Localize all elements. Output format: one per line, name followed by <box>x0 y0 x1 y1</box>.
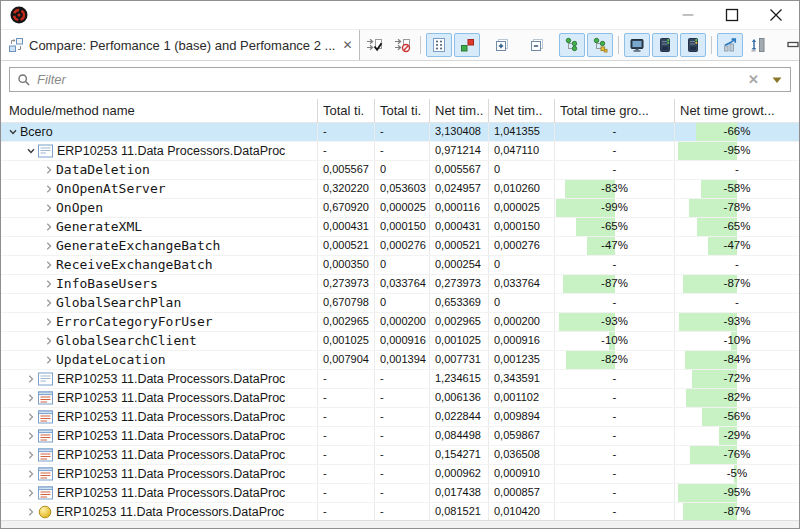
table-row[interactable]: ERP10253 11.Data Processors.DataProc--0,… <box>1 484 799 503</box>
tree-cell: ERP10253 11.Data Processors.DataProc <box>1 408 318 426</box>
value-cell: - <box>318 370 375 388</box>
table-row[interactable]: GenerateExchangeBatch0,0005210,0002760,0… <box>1 237 799 256</box>
column-header-1[interactable]: Total ti. <box>318 99 375 122</box>
chevron-right-icon[interactable] <box>24 488 38 498</box>
column-header-2[interactable]: Total ti. <box>375 99 430 122</box>
value-cell: 0 <box>489 256 555 274</box>
table-row[interactable]: DataDeletion0,00556700,0055670-- <box>1 161 799 180</box>
reverse-call-tree-icon[interactable] <box>587 33 613 57</box>
table-row[interactable]: ERP10253 11.Data Processors.DataProc--0,… <box>1 408 799 427</box>
value-cell: 0,273973 <box>430 275 489 293</box>
filter-input[interactable]: Filter ✕ <box>9 67 791 92</box>
value-cell: 0,000150 <box>375 218 430 236</box>
chevron-down-icon[interactable] <box>6 127 20 137</box>
table-row[interactable]: GlobalSearchPlan0,67079800,6533690-- <box>1 294 799 313</box>
chevron-right-icon[interactable] <box>42 317 56 327</box>
chevron-right-icon[interactable] <box>42 279 56 289</box>
chevron-right-icon[interactable] <box>42 203 56 213</box>
chevron-right-icon[interactable] <box>42 241 56 251</box>
total-growth-cell: -47% <box>555 237 675 255</box>
module-method-name: ERP10253 11.Data Processors.DataProc <box>56 503 284 520</box>
window-close-icon[interactable] <box>761 3 791 27</box>
table-row[interactable]: UpdateLocation0,0079040,0013940,0077310,… <box>1 351 799 370</box>
expand-all-icon[interactable] <box>489 33 515 57</box>
table-row[interactable]: ERP10253 11.Data Processors.DataProc--0,… <box>1 465 799 484</box>
chevron-right-icon[interactable] <box>24 393 38 403</box>
dropdown-arrow-icon[interactable] <box>772 76 782 84</box>
tree-cell: Всего <box>1 123 318 141</box>
table-row[interactable]: ERP10253 11.Data Processors.DataProc--0,… <box>1 503 799 520</box>
value-cell: 0,343591 <box>489 370 555 388</box>
table-header: Module/method nameTotal ti.Total ti.Net … <box>1 99 799 123</box>
value-cell: 0,022844 <box>430 408 489 426</box>
app-logo-icon <box>10 6 28 24</box>
column-header-5[interactable]: Total time gro... <box>555 99 675 122</box>
module-method-name: ERP10253 11.Data Processors.DataProc <box>57 446 285 464</box>
call-tree-icon[interactable] <box>559 33 585 57</box>
table-row[interactable]: OnOpen0,6709200,0000250,0001160,000025-9… <box>1 199 799 218</box>
chevron-right-icon[interactable] <box>42 336 56 346</box>
window-maximize-icon[interactable] <box>717 3 747 27</box>
window-minimize-icon[interactable] <box>673 3 703 27</box>
view-minimize-icon[interactable] <box>780 33 800 57</box>
table-row[interactable]: InfoBaseUsers0,2739730,0337640,2739730,0… <box>1 275 799 294</box>
chevron-right-icon[interactable] <box>42 222 56 232</box>
chevron-right-icon[interactable] <box>42 184 56 194</box>
column-header-label: Net tim.. <box>435 103 483 118</box>
table-row[interactable]: ErrorCategoryForUser0,0029650,0002000,00… <box>1 313 799 332</box>
table-row[interactable]: ERP10253 11.Data Processors.DataProc--0,… <box>1 446 799 465</box>
chevron-right-icon[interactable] <box>24 507 38 517</box>
growth-value: -87% <box>675 503 799 520</box>
net-growth-cell: -58% <box>675 180 799 198</box>
table-row[interactable]: ERP10253 11.Data Processors.DataProc--1,… <box>1 370 799 389</box>
table-row[interactable]: ERP10253 11.Data Processors.DataProc--0,… <box>1 389 799 408</box>
column-header-3[interactable]: Net tim.. <box>430 99 489 122</box>
column-header-4[interactable]: Net tim.. <box>489 99 555 122</box>
client-monitor-icon[interactable] <box>624 33 650 57</box>
chevron-right-icon[interactable] <box>24 412 38 422</box>
apply-filter-block-icon[interactable] <box>389 33 415 57</box>
window-controls <box>659 3 791 27</box>
server-icon[interactable] <box>652 33 678 57</box>
grid-view-icon[interactable] <box>426 33 452 57</box>
value-cell: - <box>318 123 375 141</box>
value-cell: 0,670920 <box>318 199 375 217</box>
table-row[interactable]: ERP10253 11.Data Processors.DataProc--0,… <box>1 142 799 161</box>
chevron-right-icon[interactable] <box>24 469 38 479</box>
chevron-right-icon[interactable] <box>24 431 38 441</box>
tab-close-icon[interactable]: ✕ <box>342 39 352 51</box>
chevron-down-icon[interactable] <box>24 146 38 156</box>
tab-compare-view[interactable]: Compare: Perfomance 1 (base) and Perfoma… <box>1 30 360 60</box>
value-cell: 0,000431 <box>318 218 375 236</box>
growth-value: -95% <box>675 484 799 501</box>
value-cell: 0,000857 <box>489 484 555 502</box>
column-header-6[interactable]: Net time growt... <box>675 99 799 122</box>
table-row[interactable]: GlobalSearchClient0,0010250,0009160,0010… <box>1 332 799 351</box>
collapse-all-icon[interactable] <box>524 33 550 57</box>
column-header-0[interactable]: Module/method name <box>1 99 318 122</box>
clear-filter-icon[interactable]: ✕ <box>748 72 759 87</box>
module-method-name: ERP10253 11.Data Processors.DataProc <box>57 465 285 483</box>
growth-chart-icon[interactable] <box>717 33 743 57</box>
table-row[interactable]: OnOpenAtServer0,3202200,0536030,0249570,… <box>1 180 799 199</box>
value-cell: 0,001025 <box>430 332 489 350</box>
growth-value: - <box>555 484 674 501</box>
apply-filter-check-icon[interactable] <box>361 33 387 57</box>
table-row[interactable]: ReceiveExchangeBatch0,00035000,0002540-- <box>1 256 799 275</box>
highlight-blocks-icon[interactable] <box>454 33 480 57</box>
chevron-right-icon[interactable] <box>42 298 56 308</box>
chevron-right-icon[interactable] <box>24 374 38 384</box>
table-row[interactable]: Всего--3,1304081,041355--66% <box>1 123 799 142</box>
value-cell: - <box>318 142 375 160</box>
chevron-right-icon[interactable] <box>42 260 56 270</box>
chevron-right-icon[interactable] <box>42 165 56 175</box>
table-row[interactable]: GenerateXML0,0004310,0001500,0004310,000… <box>1 218 799 237</box>
chevron-right-icon[interactable] <box>24 450 38 460</box>
application-window: Compare: Perfomance 1 (base) and Perfoma… <box>0 0 800 529</box>
panel-toggle-icon[interactable] <box>745 33 771 57</box>
value-cell: - <box>375 142 430 160</box>
chevron-right-icon[interactable] <box>42 355 56 365</box>
server-alt-icon[interactable] <box>680 33 706 57</box>
table-row[interactable]: ERP10253 11.Data Processors.DataProc--0,… <box>1 427 799 446</box>
growth-value: - <box>555 142 674 159</box>
